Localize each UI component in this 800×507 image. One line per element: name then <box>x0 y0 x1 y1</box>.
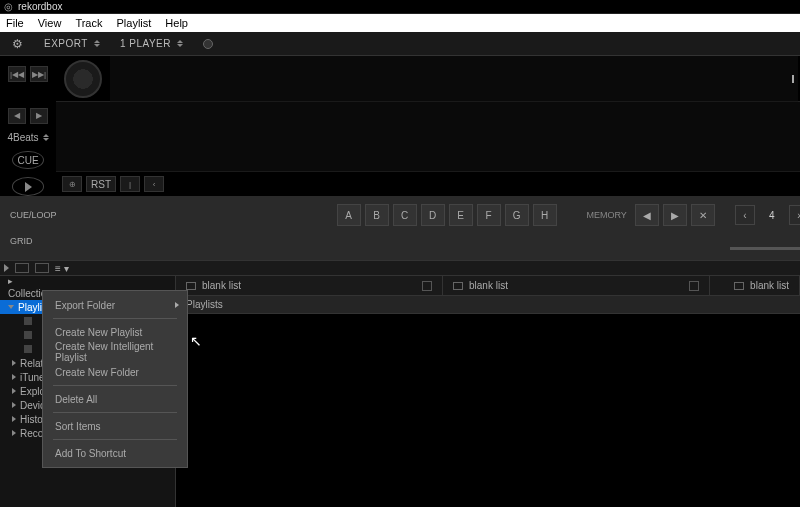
tab-blank-3[interactable]: blank list <box>710 276 800 295</box>
list-icon <box>453 282 463 290</box>
main-waveform[interactable] <box>56 102 800 172</box>
play-button[interactable] <box>12 177 44 196</box>
beats-label: 4Beats <box>7 132 38 143</box>
view-box-icon[interactable] <box>15 263 29 273</box>
tab-blank-1[interactable]: blank list <box>176 276 443 295</box>
memory-prev[interactable]: ◀ <box>635 204 659 226</box>
zoom-button[interactable]: ⊕ <box>62 176 82 192</box>
hotcue-c[interactable]: C <box>393 204 417 226</box>
tab-blank-2[interactable]: blank list <box>443 276 710 295</box>
cue-loop-panel: CUE/LOOP A B C D E F G H MEMORY ◀ ▶ ✕ ‹ … <box>0 196 800 260</box>
rewind-button[interactable]: ◀ <box>8 108 26 124</box>
jog-wheel[interactable] <box>64 60 102 98</box>
page-next[interactable]: › <box>789 205 800 225</box>
memory-label: MEMORY <box>587 210 627 220</box>
hotcue-f[interactable]: F <box>477 204 501 226</box>
updown-icon <box>94 40 100 47</box>
rst-button[interactable]: RST <box>86 176 116 192</box>
waveform-mark <box>792 75 794 83</box>
tab-label: blank list <box>750 280 789 291</box>
view-list-icon[interactable]: ≡ ▾ <box>55 263 69 274</box>
ctx-create-intelligent[interactable]: Create New Intelligent Playlist <box>43 342 187 362</box>
app-icon: ◎ <box>2 1 14 13</box>
view-grid-icon[interactable] <box>35 263 49 273</box>
hotcue-b[interactable]: B <box>365 204 389 226</box>
close-icon[interactable] <box>422 281 432 291</box>
browser-header: ≡ ▾ <box>0 260 800 276</box>
hotcue-d[interactable]: D <box>421 204 445 226</box>
tab-label: blank list <box>469 280 508 291</box>
ctx-export-folder[interactable]: Export Folder <box>43 295 187 315</box>
hotcue-a[interactable]: A <box>337 204 361 226</box>
submenu-arrow-icon <box>175 302 179 308</box>
divider: | <box>120 176 140 192</box>
page-number: 4 <box>757 206 787 224</box>
memory-delete[interactable]: ✕ <box>691 204 715 226</box>
tab-label: blank list <box>202 280 241 291</box>
hotcue-e[interactable]: E <box>449 204 473 226</box>
collapse-button[interactable]: ‹ <box>144 176 164 192</box>
settings-icon[interactable]: ⚙ <box>10 37 24 51</box>
prev-track-button[interactable]: |◀◀ <box>8 66 26 82</box>
tree-panel: ▸ Collection Playlists ⌃ Related Tracks … <box>0 276 176 507</box>
hotcue-g[interactable]: G <box>505 204 529 226</box>
menu-playlist[interactable]: Playlist <box>116 17 151 29</box>
browser: ▸ Collection Playlists ⌃ Related Tracks … <box>0 276 800 507</box>
cueloop-label: CUE/LOOP <box>0 210 57 220</box>
titlebar: ◎ rekordbox <box>0 0 800 14</box>
updown-icon <box>177 40 183 47</box>
menu-view[interactable]: View <box>38 17 62 29</box>
list-icon <box>734 282 744 290</box>
app-title: rekordbox <box>18 1 62 12</box>
ctx-sort-items[interactable]: Sort Items <box>43 416 187 436</box>
toolbar: ⚙ EXPORT 1 PLAYER <box>0 32 800 56</box>
beats-selector[interactable]: 4Beats <box>7 132 48 143</box>
list-icon <box>186 282 196 290</box>
waveform[interactable] <box>110 56 798 102</box>
grid-label: GRID <box>0 236 80 246</box>
menu-file[interactable]: File <box>6 17 24 29</box>
ctx-add-shortcut[interactable]: Add To Shortcut <box>43 443 187 463</box>
record-indicator[interactable] <box>203 39 213 49</box>
forward-button[interactable]: ▶ <box>30 108 48 124</box>
menu-track[interactable]: Track <box>75 17 102 29</box>
menu-help[interactable]: Help <box>165 17 188 29</box>
page-prev[interactable]: ‹ <box>735 205 755 225</box>
tabs: blank list blank list blank list <box>176 276 800 296</box>
ctx-delete-all[interactable]: Delete All <box>43 389 187 409</box>
export-label: EXPORT <box>44 38 88 49</box>
expand-icon[interactable] <box>4 264 9 272</box>
content-subhead: Playlists <box>176 296 800 314</box>
memory-next[interactable]: ▶ <box>663 204 687 226</box>
deck-area: |◀◀ ▶▶| ◀ ▶ 4Beats CUE ⊕ RST | ‹ <box>0 56 800 196</box>
menubar: File View Track Playlist Help <box>0 14 800 32</box>
player-label: 1 PLAYER <box>120 38 171 49</box>
next-track-button[interactable]: ▶▶| <box>30 66 48 82</box>
chevron-down-icon <box>8 305 14 309</box>
export-selector[interactable]: EXPORT <box>44 38 100 49</box>
cue-button[interactable]: CUE <box>12 151 44 170</box>
close-icon[interactable] <box>689 281 699 291</box>
player-selector[interactable]: 1 PLAYER <box>120 38 183 49</box>
tempo-slider[interactable] <box>730 247 800 250</box>
deck-controls: |◀◀ ▶▶| ◀ ▶ 4Beats CUE <box>0 56 56 196</box>
content-panel: blank list blank list blank list Playlis… <box>176 276 800 507</box>
context-menu: Export Folder Create New Playlist Create… <box>42 290 188 468</box>
hotcue-h[interactable]: H <box>533 204 557 226</box>
ctx-create-folder[interactable]: Create New Folder <box>43 362 187 382</box>
ctx-create-playlist[interactable]: Create New Playlist <box>43 322 187 342</box>
